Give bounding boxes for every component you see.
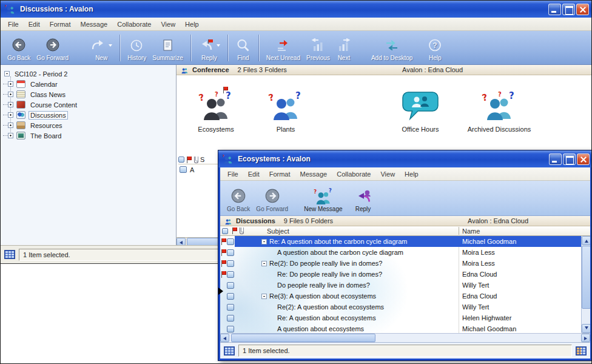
new-button[interactable]: New: [87, 36, 115, 62]
expand-icon[interactable]: [8, 81, 13, 87]
message-row[interactable]: Re(2): Do people really live in domes? M…: [220, 258, 581, 269]
message-row[interactable]: Re(3): A question about ecosystems Edna …: [220, 291, 581, 302]
discussions-title-bar[interactable]: ? Discussions : Avalon: [1, 1, 591, 18]
menu-format[interactable]: Format: [45, 19, 76, 30]
column-separator[interactable]: [459, 227, 459, 235]
attachment-column-icon[interactable]: [240, 228, 244, 234]
message-author: Moira Less: [459, 249, 581, 256]
menu-message[interactable]: Message: [76, 19, 113, 30]
menu-file[interactable]: File: [223, 169, 243, 180]
scrollbar-thumb[interactable]: [582, 246, 590, 309]
message-row[interactable]: A question about ecosystems Michael Good…: [220, 323, 581, 333]
go-back-button[interactable]: Go Back: [4, 36, 33, 62]
menu-collaborate[interactable]: Collaborate: [112, 19, 156, 30]
menu-message[interactable]: Message: [295, 169, 332, 180]
sort-icon[interactable]: [222, 228, 228, 234]
close-button[interactable]: [576, 4, 589, 15]
find-button[interactable]: Find: [232, 36, 254, 62]
sidebar-item-the-board[interactable]: The Board: [4, 130, 176, 141]
previous-button[interactable]: Previous: [303, 36, 333, 62]
list-row-fragment[interactable]: A: [178, 164, 222, 175]
calendar-icon: [16, 80, 25, 88]
tree-root-label: SCI102 - Period 2: [13, 70, 69, 78]
toolbar: Go Back Go Forward ?? New Message: [220, 181, 590, 216]
conference-item-archived-discussions[interactable]: ? ? ? Archived Discussions: [460, 90, 539, 133]
collapse-thread-icon[interactable]: [261, 294, 267, 299]
item-label: Archived Discussions: [460, 126, 539, 133]
message-row[interactable]: Re: A question about the carbon cycle di…: [220, 236, 581, 247]
minimize-button[interactable]: [549, 153, 562, 165]
menu-view[interactable]: View: [156, 19, 180, 30]
list-column-header[interactable]: S: [178, 155, 222, 164]
sidebar-item-class-news[interactable]: Class News: [4, 89, 176, 99]
ecosystems-title-bar[interactable]: ? Ecosystems : Avalon: [218, 150, 592, 167]
svg-text:?: ?: [267, 92, 275, 103]
new-dropdown-icon[interactable]: [109, 44, 112, 47]
menu-help[interactable]: Help: [180, 19, 204, 30]
message-row[interactable]: A question about the carbon cycle diagra…: [220, 247, 581, 258]
sidebar-item-calendar[interactable]: Calendar: [4, 79, 176, 89]
menu-edit[interactable]: Edit: [243, 169, 264, 180]
column-name[interactable]: Name: [462, 228, 480, 235]
pane-header: Discussions 9 Files 0 Folders Avalon : E…: [220, 216, 590, 226]
history-label: History: [127, 55, 146, 61]
menu-view[interactable]: View: [375, 169, 400, 180]
expand-icon[interactable]: [8, 92, 13, 97]
message-row[interactable]: Re: Do people really live in domes? Edna…: [220, 269, 581, 280]
window-title: Discussions : Avalon: [20, 5, 547, 13]
conference-item-ecosystems[interactable]: ? ? ? Ecosystems: [183, 90, 249, 133]
next-button[interactable]: Next: [333, 36, 355, 62]
menu-edit[interactable]: Edit: [24, 19, 45, 30]
view-switch-icon[interactable]: [576, 346, 587, 356]
next-unread-button[interactable]: Next Unread: [263, 36, 303, 62]
conference-item-plants[interactable]: ? ? Plants: [252, 90, 319, 133]
archived-discussions-icon: ? ? ?: [481, 90, 517, 122]
message-row[interactable]: Re: A question about ecosystems Helen Hi…: [220, 312, 581, 323]
scroll-left-button[interactable]: [220, 334, 229, 342]
scrollbar-thumb[interactable]: [231, 334, 375, 342]
history-button[interactable]: History: [124, 36, 149, 62]
horizontal-scrollbar[interactable]: [220, 333, 590, 342]
view-grid-icon[interactable]: [4, 250, 15, 259]
collapse-thread-icon[interactable]: [261, 239, 267, 244]
view-grid-icon[interactable]: [224, 346, 235, 356]
expand-icon[interactable]: [8, 123, 13, 128]
go-forward-button[interactable]: Go Forward: [253, 187, 291, 214]
conference-item-office-hours[interactable]: Office Hours: [387, 90, 454, 133]
tree-root[interactable]: SCI102 - Period 2: [4, 69, 176, 79]
menu-format[interactable]: Format: [264, 169, 295, 180]
vertical-scrollbar[interactable]: [581, 236, 590, 333]
collapse-thread-icon[interactable]: [261, 261, 267, 266]
minimize-button[interactable]: [548, 4, 561, 15]
next-icon: [336, 38, 352, 53]
go-forward-button[interactable]: Go Forward: [33, 36, 72, 62]
summarize-button[interactable]: Summarize: [149, 36, 186, 62]
go-back-button[interactable]: Go Back: [224, 187, 253, 214]
sidebar-item-course-content[interactable]: Course Content: [4, 99, 176, 110]
collapse-icon[interactable]: [4, 71, 10, 76]
menu-collaborate[interactable]: Collaborate: [332, 169, 375, 180]
maximize-button[interactable]: [563, 153, 576, 165]
menu-help[interactable]: Help: [400, 169, 423, 180]
reply-button[interactable]: Reply: [195, 36, 223, 62]
sidebar-item-discussions[interactable]: Discussions: [4, 110, 176, 120]
menu-file[interactable]: File: [3, 19, 24, 30]
close-button[interactable]: [577, 153, 590, 165]
reply-button[interactable]: Reply: [352, 187, 375, 214]
message-row[interactable]: Re(2): A question about ecosystems Willy…: [220, 302, 581, 312]
sidebar-item-resources[interactable]: Resources: [4, 120, 176, 130]
flag-column-icon[interactable]: [232, 228, 238, 234]
help-button[interactable]: ? Help: [424, 36, 446, 62]
reply-dropdown-icon[interactable]: [217, 44, 220, 47]
message-row[interactable]: Do people really live in domes? Willy Te…: [220, 280, 581, 291]
expand-icon[interactable]: [8, 102, 13, 107]
scroll-right-button[interactable]: [581, 334, 590, 342]
expand-icon[interactable]: [8, 112, 13, 118]
column-subject[interactable]: Subject: [267, 228, 289, 235]
new-message-button[interactable]: ?? New Message: [301, 187, 345, 214]
add-to-desktop-button[interactable]: Add to Desktop: [368, 36, 415, 62]
scroll-down-button[interactable]: [582, 324, 590, 333]
maximize-button[interactable]: [562, 4, 575, 15]
expand-icon[interactable]: [8, 133, 13, 138]
scroll-up-button[interactable]: [582, 236, 590, 245]
